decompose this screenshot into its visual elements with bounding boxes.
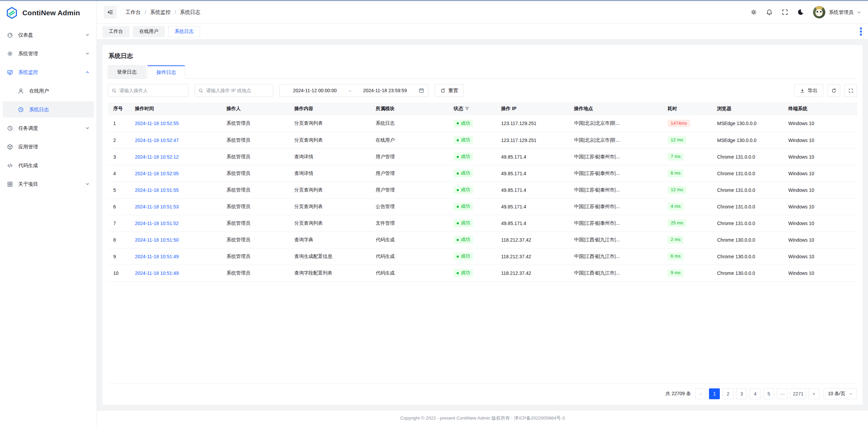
date-range-picker[interactable]: 2024-11-12 00:00:00 – 2024-11-18 23:59:5… bbox=[279, 84, 429, 97]
sidebar-item-about-project[interactable]: 关于项目 bbox=[3, 176, 94, 192]
column-header: 耗时 bbox=[662, 102, 712, 115]
cell-time[interactable]: 2024-11-18 10:52:05 bbox=[130, 165, 221, 182]
reset-button[interactable]: 重置 bbox=[435, 84, 464, 97]
column-header[interactable]: 状态 bbox=[448, 102, 496, 115]
log-detail-link[interactable]: 2024-11-18 10:51:49 bbox=[135, 254, 179, 259]
cell-time[interactable]: 2024-11-18 10:52:47 bbox=[130, 132, 221, 148]
prev-page-button[interactable] bbox=[695, 388, 706, 399]
cell-time[interactable]: 2024-11-18 10:51:55 bbox=[130, 182, 221, 198]
operator-search-field[interactable] bbox=[108, 84, 189, 97]
duration-badge: 6 ms bbox=[668, 169, 684, 177]
date-range-separator: – bbox=[349, 88, 351, 93]
cell-time[interactable]: 2024-11-18 10:51:53 bbox=[130, 198, 221, 215]
cell-os: Windows 10 bbox=[783, 231, 857, 248]
sidebar-item-code-generation[interactable]: 代码生成 bbox=[3, 157, 94, 174]
app-logo[interactable]: ContiNew Admin bbox=[0, 1, 97, 25]
date-start-value[interactable]: 2024-11-12 00:00:00 bbox=[284, 88, 346, 93]
tab-operation-log[interactable]: 操作日志 bbox=[147, 65, 185, 78]
cell-location: 中国|江西省|九江市|... bbox=[569, 265, 662, 281]
column-header: 操作地点 bbox=[569, 102, 662, 115]
dashboard-icon bbox=[7, 32, 13, 38]
chevron-down-icon bbox=[85, 126, 90, 130]
breadcrumb-item[interactable]: 系统日志 bbox=[180, 9, 200, 16]
page-button[interactable]: 2271 bbox=[790, 388, 806, 399]
page-ellipsis-button[interactable]: ··· bbox=[777, 388, 788, 399]
breadcrumb-item[interactable]: 系统监控 bbox=[150, 9, 171, 16]
sidebar-item-system-management[interactable]: 系统管理 bbox=[3, 45, 94, 62]
table-row: 82024-11-18 10:51:50系统管理员查询字典代码生成成功118.2… bbox=[108, 231, 857, 248]
cell-ip: 118.212.37.42 bbox=[496, 231, 569, 248]
user-menu[interactable]: 系统管理员 bbox=[813, 6, 862, 19]
nav-tab-online-users[interactable]: 在线用户 bbox=[133, 26, 165, 37]
sidebar-item-online-users[interactable]: 在线用户 bbox=[3, 83, 94, 99]
log-detail-link[interactable]: 2024-11-18 10:52:55 bbox=[135, 121, 179, 126]
page-button[interactable]: 5 bbox=[763, 388, 774, 399]
cell-time[interactable]: 2024-11-18 10:51:49 bbox=[130, 248, 221, 265]
fullscreen-button[interactable] bbox=[782, 9, 788, 16]
log-detail-link[interactable]: 2024-11-18 10:51:49 bbox=[135, 270, 179, 276]
table-fullscreen-button[interactable] bbox=[844, 84, 857, 97]
cell-time[interactable]: 2024-11-18 10:52:55 bbox=[130, 115, 221, 132]
sidebar-item-dashboard[interactable]: 仪表盘 bbox=[3, 27, 94, 43]
next-page-button[interactable] bbox=[809, 388, 820, 399]
nav-tab-system-log[interactable]: 系统日志 bbox=[168, 26, 200, 37]
cell-os: Windows 10 bbox=[783, 198, 857, 215]
sidebar-item-task-schedule[interactable]: 任务调度 bbox=[3, 120, 94, 136]
sidebar-item-system-monitor[interactable]: 系统监控 bbox=[3, 64, 94, 80]
user-name: 系统管理员 bbox=[829, 9, 854, 16]
download-icon bbox=[800, 88, 805, 93]
tab-login-log[interactable]: 登录日志 bbox=[108, 65, 146, 78]
page-button[interactable]: 1 bbox=[709, 388, 720, 399]
refresh-table-button[interactable] bbox=[827, 84, 840, 97]
cell-location: 中国|北京|北京市|联... bbox=[569, 115, 662, 132]
cell-duration: 12 ms bbox=[662, 182, 712, 198]
page-button[interactable]: 3 bbox=[736, 388, 747, 399]
log-detail-link[interactable]: 2024-11-18 10:52:05 bbox=[135, 171, 179, 176]
ip-search-field[interactable] bbox=[195, 84, 273, 97]
page-size-select[interactable]: 10 条/页 bbox=[824, 388, 857, 399]
cell-browser: Chrome 131.0.0.0 bbox=[712, 165, 783, 182]
refresh-icon bbox=[440, 88, 446, 93]
sidebar-item-system-log[interactable]: 系统日志 bbox=[3, 101, 94, 118]
filter-funnel-icon[interactable] bbox=[465, 106, 469, 112]
operator-search-input[interactable] bbox=[119, 88, 185, 93]
cell-time[interactable]: 2024-11-18 10:51:52 bbox=[130, 215, 221, 231]
log-detail-link[interactable]: 2024-11-18 10:51:50 bbox=[135, 237, 179, 243]
sidebar-item-app-management[interactable]: 应用管理 bbox=[3, 139, 94, 155]
tab-options-menu[interactable] bbox=[860, 27, 862, 36]
breadcrumb-item[interactable]: 工作台 bbox=[125, 9, 141, 16]
log-detail-link[interactable]: 2024-11-18 10:52:47 bbox=[135, 138, 179, 143]
cell-time[interactable]: 2024-11-18 10:52:12 bbox=[130, 148, 221, 165]
log-detail-link[interactable]: 2024-11-18 10:51:53 bbox=[135, 204, 179, 209]
notifications-button[interactable] bbox=[766, 9, 773, 16]
status-dot bbox=[457, 206, 459, 208]
page-button[interactable]: 4 bbox=[750, 388, 761, 399]
duration-badge: 12 ms bbox=[668, 136, 686, 144]
dark-mode-button[interactable] bbox=[797, 9, 804, 16]
bell-icon bbox=[766, 9, 773, 16]
top-header: 工作台 / 系统监控 / 系统日志 系统管理员 bbox=[97, 1, 868, 24]
log-detail-link[interactable]: 2024-11-18 10:52:12 bbox=[135, 154, 179, 160]
cell-os: Windows 10 bbox=[783, 182, 857, 198]
moon-icon bbox=[797, 9, 804, 16]
page-button[interactable]: 2 bbox=[723, 388, 733, 399]
column-header: 所属模块 bbox=[370, 102, 448, 115]
cell-time[interactable]: 2024-11-18 10:51:49 bbox=[130, 265, 221, 281]
nav-tab-workbench[interactable]: 工作台 bbox=[102, 26, 130, 37]
cell-index: 6 bbox=[108, 198, 130, 215]
gear-icon bbox=[7, 50, 13, 57]
date-end-value[interactable]: 2024-11-18 23:59:59 bbox=[354, 88, 416, 93]
sidebar-collapse-button[interactable] bbox=[104, 6, 117, 19]
cell-time[interactable]: 2024-11-18 10:51:50 bbox=[130, 231, 221, 248]
nav-tab-bar: 工作台 在线用户 系统日志 bbox=[97, 24, 868, 40]
content-area: 系统日志 登录日志 操作日志 2024-11-12 00:00: bbox=[97, 40, 868, 410]
ip-search-input[interactable] bbox=[206, 88, 270, 93]
status-dot bbox=[457, 139, 459, 141]
settings-button[interactable] bbox=[750, 9, 757, 16]
log-detail-link[interactable]: 2024-11-18 10:51:52 bbox=[135, 221, 179, 226]
log-detail-link[interactable]: 2024-11-18 10:51:55 bbox=[135, 187, 179, 193]
cell-content: 分页查询列表 bbox=[289, 132, 370, 148]
status-badge: 成功 bbox=[454, 120, 473, 127]
cell-browser: Chrome 131.0.0.0 bbox=[712, 148, 783, 165]
export-button[interactable]: 导出 bbox=[794, 84, 823, 97]
